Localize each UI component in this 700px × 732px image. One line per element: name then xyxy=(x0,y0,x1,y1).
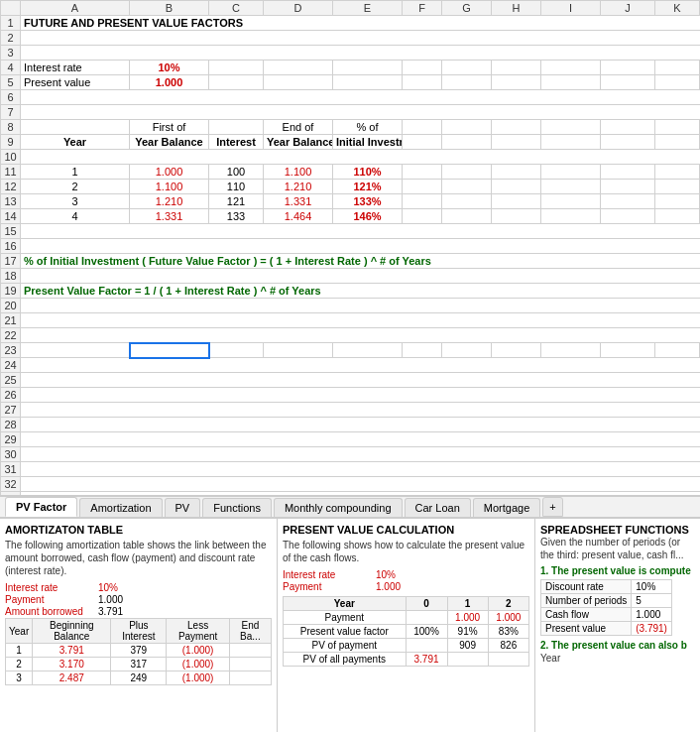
r30-empty xyxy=(21,447,701,462)
pv-label: Present value xyxy=(21,75,130,90)
row-num-14: 14 xyxy=(1,209,21,224)
r5c10 xyxy=(601,75,655,90)
tab-car-loan[interactable]: Car Loan xyxy=(405,498,471,517)
bottom-panels: AMORTIZATON TABLE The following amortiza… xyxy=(0,518,700,732)
r13g xyxy=(442,194,492,209)
pv-pvf-row: Present value factor 100% 91% 83% xyxy=(284,625,529,639)
eoy-balance-4: 1.464 xyxy=(264,209,333,224)
r23a xyxy=(21,343,130,358)
pv-pay-2: 1.000 xyxy=(488,611,528,625)
r8g xyxy=(442,120,492,135)
row-27: 27 xyxy=(1,403,701,418)
row-9: 9 Year Year Balance Interest Year Balanc… xyxy=(1,135,701,150)
amort-payment-row: Payment 1.000 xyxy=(5,594,272,605)
r29-empty xyxy=(21,432,701,447)
row-num-20: 20 xyxy=(1,299,21,313)
col-header-row: A B C D E F G H I J K L xyxy=(1,1,701,16)
year4: 4 xyxy=(21,209,130,224)
amort-y1: 1 xyxy=(6,644,33,658)
pct-1: 110% xyxy=(333,165,403,180)
amort-row-3: 3 2.487 249 (1.000) xyxy=(6,671,272,685)
r9j xyxy=(601,135,655,150)
title-cell: FUTURE AND PRESENT VALUE FACTORS xyxy=(21,16,701,31)
r32-empty xyxy=(21,477,701,492)
tab-pv-factor[interactable]: PV Factor xyxy=(5,497,77,517)
fn-pv-value: (3.791) xyxy=(632,622,672,636)
foy-balance-1: 1.000 xyxy=(130,165,209,180)
r6-empty xyxy=(21,90,701,105)
r5c3 xyxy=(209,75,264,90)
pv-all-value: 3.791 xyxy=(406,653,447,667)
pv-payment-value-top: 1.000 xyxy=(376,581,401,592)
pv-pvf-0: 100% xyxy=(406,625,447,639)
row-1: 1 FUTURE AND PRESENT VALUE FACTORS xyxy=(1,16,701,31)
r10-empty xyxy=(21,150,701,165)
pv-table: Year 0 1 2 Payment 1.000 1.000 Present v… xyxy=(283,596,529,667)
r12k xyxy=(655,180,700,194)
foy-balance-2: 1.100 xyxy=(130,180,209,194)
r23d xyxy=(264,343,333,358)
pv-pvf-1: 91% xyxy=(447,625,488,639)
foy-balance-4: 1.331 xyxy=(130,209,209,224)
fn-row-discount: Discount rate 10% xyxy=(541,580,672,594)
col-header-e: E xyxy=(333,1,403,16)
row-28: 28 xyxy=(1,418,701,432)
pv-value: 1.000 xyxy=(130,75,209,90)
row-num-18: 18 xyxy=(1,269,21,284)
r23c xyxy=(209,343,264,358)
r4c7 xyxy=(442,61,492,75)
tab-pv[interactable]: PV xyxy=(165,498,201,517)
sf-fn-table: Discount rate 10% Number of periods 5 Ca… xyxy=(540,579,672,636)
r9k xyxy=(655,135,700,150)
r5c9 xyxy=(541,75,601,90)
r23f xyxy=(403,343,442,358)
interest-3: 121 xyxy=(209,194,264,209)
tab-add-button[interactable]: + xyxy=(542,497,562,517)
col-header-g: G xyxy=(442,1,492,16)
row-num-6: 6 xyxy=(1,90,21,105)
row-11: 11 1 1.000 100 1.100 110% xyxy=(1,165,701,180)
row-num-25: 25 xyxy=(1,373,21,388)
tabs-bar: PV Factor Amortization PV Functions Mont… xyxy=(0,496,700,518)
row-26: 26 xyxy=(1,388,701,403)
r11j xyxy=(601,165,655,180)
r8j xyxy=(601,120,655,135)
amort-b3: 2.487 xyxy=(33,671,111,685)
row-2-empty xyxy=(21,31,701,46)
r18-empty xyxy=(21,269,701,284)
eoy-balance-2: 1.210 xyxy=(264,180,333,194)
amort-e3 xyxy=(229,671,271,685)
amort-th-plus: Plus Interest xyxy=(111,619,167,644)
amort-interest-value: 10% xyxy=(98,582,118,593)
fn-cashflow-value: 1.000 xyxy=(632,608,672,622)
r13i xyxy=(541,194,601,209)
r23k xyxy=(655,343,700,358)
r11k xyxy=(655,165,700,180)
pv-all-row: PV of all payments 3.791 xyxy=(284,653,529,667)
r13f xyxy=(403,194,442,209)
row-15: 15 xyxy=(1,224,701,239)
tab-mortgage[interactable]: Mortgage xyxy=(473,498,540,517)
tab-functions[interactable]: Functions xyxy=(202,498,272,517)
row-6: 6 xyxy=(1,90,701,105)
tab-amortization[interactable]: Amortization xyxy=(79,498,162,517)
row-num-13: 13 xyxy=(1,194,21,209)
tab-monthly-compounding[interactable]: Monthly compounding xyxy=(274,498,403,517)
pv-interest-value: 10% xyxy=(376,569,396,580)
pv-payment-label: Payment xyxy=(284,611,407,625)
row-num-29: 29 xyxy=(1,432,21,447)
r13j xyxy=(601,194,655,209)
pv-interest-label: Interest rate xyxy=(283,569,372,580)
r12f xyxy=(403,180,442,194)
formula2-cell: Present Value Factor = 1 / ( 1 + Interes… xyxy=(21,284,701,299)
selected-cell-b23[interactable] xyxy=(130,343,209,358)
row-22: 22 xyxy=(1,328,701,343)
end-of-label: End of xyxy=(264,120,333,135)
r14h xyxy=(492,209,541,224)
r9i xyxy=(541,135,601,150)
corner-cell xyxy=(1,1,21,16)
r25-empty xyxy=(21,373,701,388)
row-3: 3 xyxy=(1,46,701,61)
pv-pv-payment-row: PV of payment 909 826 xyxy=(284,639,529,653)
pv-calc-title: PRESENT VALUE CALCULATION xyxy=(283,524,529,536)
